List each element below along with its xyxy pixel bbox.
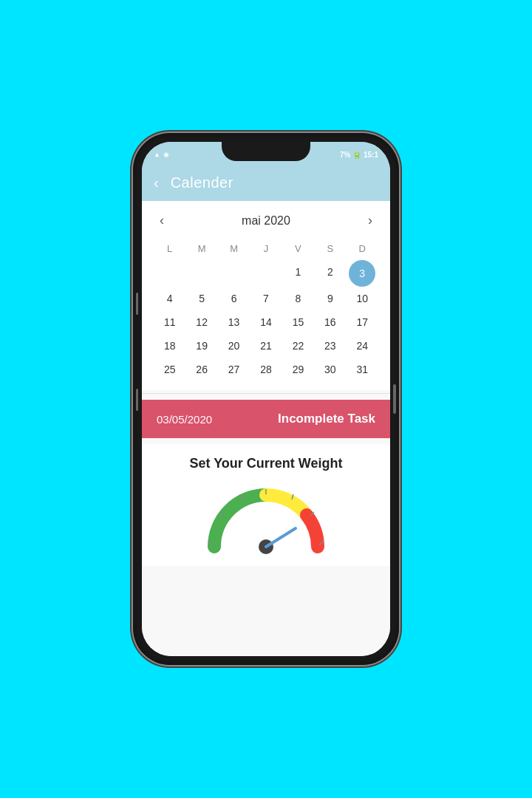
calendar-day-7[interactable]: 7 — [250, 287, 282, 310]
calendar-day-20[interactable]: 20 — [218, 334, 250, 358]
back-button[interactable]: ‹ — [154, 174, 159, 191]
calendar-day-23[interactable]: 23 — [314, 334, 346, 358]
task-bar[interactable]: 03/05/2020 Incomplete Task — [142, 400, 390, 438]
app-header: ‹ Calender — [142, 164, 390, 201]
calendar-grid: L M M J V S D 1 — [154, 240, 378, 381]
calendar-day-21[interactable]: 21 — [250, 334, 282, 358]
svg-line-8 — [266, 528, 296, 547]
calendar-day-17[interactable]: 17 — [347, 310, 378, 334]
calendar-day-2[interactable]: 2 — [314, 260, 346, 287]
calendar-day-empty — [185, 260, 217, 287]
day-header-s: S — [314, 240, 346, 257]
calendar-section: ‹ mai 2020 › L M M J V S D — [142, 201, 390, 390]
calendar-day-25[interactable]: 25 — [154, 358, 185, 381]
calendar-days: 1 2 3 4 5 6 7 8 9 10 11 12 13 — [154, 260, 378, 381]
calendar-day-27[interactable]: 27 — [218, 358, 250, 381]
calendar-day-empty — [218, 260, 250, 287]
divider — [142, 393, 390, 394]
calendar-day-10[interactable]: 10 — [347, 287, 378, 310]
page-title: Calender — [171, 174, 233, 191]
task-label: Incomplete Task — [278, 412, 375, 426]
calendar-day-empty — [250, 260, 282, 287]
day-header-l: L — [154, 240, 185, 257]
instagram-icon: ◉ — [163, 151, 169, 158]
gauge-container — [200, 480, 332, 554]
calendar-day-26[interactable]: 26 — [185, 358, 217, 381]
calendar-day-9[interactable]: 9 — [314, 287, 346, 310]
calendar-day-12[interactable]: 12 — [185, 310, 217, 334]
calendar-nav: ‹ mai 2020 › — [154, 210, 378, 231]
phone-screen: ▲ ◉ 7% 🔋 15:1 ‹ Calender ‹ mai 2020 › — [142, 142, 390, 656]
day-headers: L M M J V S D — [154, 240, 378, 257]
volume-up-button — [136, 293, 138, 315]
month-label: mai 2020 — [242, 214, 290, 228]
weight-section: Set Your Current Weight — [142, 444, 390, 566]
weight-title: Set Your Current Weight — [189, 456, 342, 471]
calendar-day-4[interactable]: 4 — [154, 287, 185, 310]
calendar-day-29[interactable]: 29 — [282, 358, 314, 381]
calendar-day-22[interactable]: 22 — [282, 334, 314, 358]
day-header-d: D — [347, 240, 378, 257]
calendar-day-11[interactable]: 11 — [154, 310, 185, 334]
time-display: 15:1 — [364, 151, 378, 159]
calendar-day-18[interactable]: 18 — [154, 334, 185, 358]
wifi-icon: ▲ — [154, 151, 160, 158]
calendar-day-3-selected[interactable]: 3 — [349, 260, 375, 287]
calendar-day-6[interactable]: 6 — [218, 287, 250, 310]
volume-down-button — [136, 389, 138, 411]
power-button — [393, 384, 396, 414]
calendar-day-14[interactable]: 14 — [250, 310, 282, 334]
status-icons: ▲ ◉ — [154, 151, 169, 158]
calendar-day-8[interactable]: 8 — [282, 287, 314, 310]
calendar-day-1[interactable]: 1 — [282, 260, 314, 287]
day-header-j: J — [250, 240, 282, 257]
calendar-day-24[interactable]: 24 — [347, 334, 378, 358]
battery-icon: 🔋 — [352, 151, 361, 159]
calendar-day-31[interactable]: 31 — [347, 358, 378, 381]
gauge-svg — [200, 480, 332, 562]
battery-time: 7% 🔋 15:1 — [340, 151, 378, 159]
calendar-day-empty — [154, 260, 185, 287]
day-header-m1: M — [185, 240, 217, 257]
phone-frame: ▲ ◉ 7% 🔋 15:1 ‹ Calender ‹ mai 2020 › — [133, 133, 399, 665]
calendar-day-30[interactable]: 30 — [314, 358, 346, 381]
day-header-m2: M — [218, 240, 250, 257]
calendar-day-5[interactable]: 5 — [185, 287, 217, 310]
battery-level: 7% — [340, 151, 350, 159]
calendar-day-15[interactable]: 15 — [282, 310, 314, 334]
calendar-day-16[interactable]: 16 — [314, 310, 346, 334]
main-content: ‹ mai 2020 › L M M J V S D — [142, 201, 390, 656]
task-date: 03/05/2020 — [157, 413, 278, 426]
prev-month-button[interactable]: ‹ — [154, 210, 170, 231]
calendar-day-13[interactable]: 13 — [218, 310, 250, 334]
phone-notch — [222, 142, 310, 161]
day-header-v: V — [282, 240, 314, 257]
next-month-button[interactable]: › — [362, 210, 378, 231]
calendar-day-28[interactable]: 28 — [250, 358, 282, 381]
calendar-day-19[interactable]: 19 — [185, 334, 217, 358]
